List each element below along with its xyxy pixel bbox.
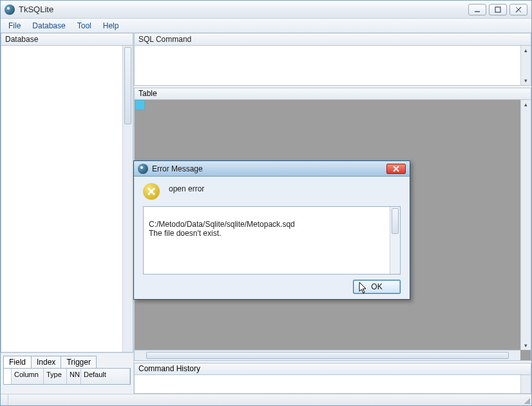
dialog-backdrop: Error Message open error C:/Metodo/Data/… [1,1,531,405]
error-dialog: Error Message open error C:/Metodo/Data/… [133,160,410,300]
dialog-close-button[interactable] [386,164,406,174]
dialog-detail-content: C:/Metodo/Data/Sqlite/sqlite/Metopack.sq… [149,220,295,238]
dialog-title-bar: Error Message [134,161,410,177]
ok-button[interactable]: OK [353,280,401,294]
ok-button-label: OK [371,282,382,291]
error-icon [143,183,160,200]
main-window: TkSQLite File Database Tool Help Databas… [0,0,532,406]
dialog-title: Error Message [152,164,203,173]
scrollbar-thumb[interactable] [392,208,399,234]
dialog-message-row: open error [143,183,401,200]
dialog-app-icon [138,164,148,174]
dialog-body: open error C:/Metodo/Data/Sqlite/sqlite/… [134,177,410,299]
dialog-heading: open error [169,183,204,193]
dialog-button-row: OK [143,275,401,294]
dialog-detail-scrollbar[interactable] [390,207,400,274]
dialog-detail-text[interactable]: C:/Metodo/Data/Sqlite/sqlite/Metopack.sq… [143,206,401,275]
